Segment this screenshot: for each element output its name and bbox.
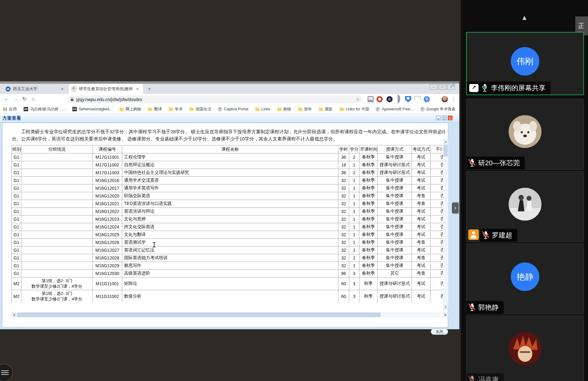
back-icon[interactable]: ← (4, 96, 9, 102)
table-cell: 1 (349, 254, 359, 262)
maximize-button[interactable]: □ (439, 84, 446, 90)
participant-tile[interactable]: 冯喜康 (466, 316, 584, 381)
bookmark-item[interactable]: 购物 (277, 107, 291, 112)
scroll-down-icon[interactable] (443, 305, 448, 310)
table-cell: 工程伦理学 (122, 153, 338, 161)
collapse-panel-arrow[interactable]: ▲ (461, 14, 588, 22)
bookmark-item[interactable]: 留学 (298, 107, 312, 112)
dialog-minimize-icon[interactable] (436, 116, 441, 120)
participant-tile[interactable]: 罗建超 (466, 171, 584, 242)
new-tab-button[interactable]: + (146, 85, 153, 93)
table-cell: TED英语演讲与口语实践 (122, 200, 338, 208)
dialog-maximize-icon[interactable] (442, 116, 447, 120)
url-text[interactable]: yjsjy.nwpu.edu.cn/jsfw/jsfw/dssdxs (76, 97, 353, 102)
vertical-scrollbar[interactable] (443, 139, 448, 310)
participant-tile[interactable]: 伟刚李伟刚的屏幕共享 (466, 32, 584, 95)
participant-tile[interactable]: 艳静郭艳静 (466, 243, 584, 314)
vertical-scroll-thumb[interactable] (443, 145, 448, 157)
dialog-close-button[interactable]: 关闭 (431, 329, 448, 335)
screenshot-root: 西北工业大学 × 研究生教育综合管理系统(教师服 × + – □ × ← → ↻… (0, 0, 588, 381)
table-cell: 文化与翻译 (122, 231, 338, 239)
tab-graduate-system[interactable]: 研究生教育综合管理系统(教师服 × (69, 84, 143, 94)
bookmark-item[interactable]: Links (255, 107, 270, 111)
table-cell (21, 231, 93, 239)
table-row[interactable]: G1M16G12030高级英语进阶963春秋季其它考查否 (12, 270, 443, 277)
bookmarks-overflow-chevron[interactable]: » (452, 83, 454, 88)
table-row[interactable]: G1M16G12020职场交际英语321春秋季集中授课考查否 (12, 192, 443, 200)
table-row[interactable]: G1M16G12023文化与思辨321春秋季集中授课考试否 (12, 215, 443, 223)
table-cell: 春秋季 (359, 231, 378, 239)
tab-close-icon[interactable]: × (60, 86, 65, 91)
bookmark-item[interactable]: 德国生活 (189, 107, 211, 112)
dialog-title: 方案查看 (2, 115, 21, 121)
table-row[interactable]: M2第1组，选2- 3门 数学课至少修2门课，4学分M11G11002数值分析6… (12, 290, 443, 303)
sidebar-expand-chevron[interactable]: › (452, 202, 459, 214)
table-cell: 2 (349, 153, 359, 161)
bookmark-item[interactable]: 学术 (169, 107, 183, 112)
bookmark-item[interactable]: 翻译 (148, 107, 162, 112)
adblock-extension-icon[interactable] (376, 96, 383, 102)
browser-menu-icon[interactable] (450, 96, 457, 102)
table-row[interactable]: G1M17G11003中国特色社会主义理论与实践研究362春秋季授课与研讨形式考… (12, 169, 443, 177)
shield-blue-extension-icon[interactable] (405, 96, 411, 102)
table-row[interactable]: G1M16G12024跨文化交际英语321春秋季集中授课考试否 (12, 223, 443, 231)
table-row[interactable]: G1M16G12027英语词汇记忆法321春秋季集中授课考试否 (12, 246, 443, 254)
profile-avatar[interactable] (442, 96, 448, 102)
table-cell: 考查 (412, 270, 430, 277)
address-bar[interactable]: yjsjy.nwpu.edu.cn/jsfw/jsfw/dssdxs ☆ (68, 95, 363, 103)
table-row[interactable]: G1M17G11002自然辩证法概论181春秋季授课与研讨形式考试否 (12, 161, 443, 169)
bookmark-item[interactable]: ulmSehenswürdigkeit... (72, 107, 113, 111)
table-row[interactable]: G1M16G12016通用学术交流英语321春秋季集中授课考试否 (12, 177, 443, 184)
table-row[interactable]: G1M16G12026英语测试学321春秋季集中授课考查否 (12, 239, 443, 246)
table-cell: 春秋季 (359, 246, 378, 254)
column-header: 学时 (338, 145, 349, 153)
table-row[interactable]: G1M16G12025文化与翻译321春秋季集中授课考试否 (12, 231, 443, 239)
v-extension-icon[interactable] (424, 96, 430, 102)
table-cell (21, 153, 93, 161)
cursor-extension-icon[interactable] (396, 96, 402, 102)
column-header: 不计入 (430, 145, 443, 153)
table-row[interactable]: M2第1组，选2- 3门 数学课至少修2门课，4学分M11G11001矩阵论60… (12, 277, 443, 290)
bookmark-star-icon[interactable]: ☆ (356, 97, 360, 102)
table-row[interactable]: G1M16G12021TED英语演讲与口语实践321春秋季集中授课考查否 (12, 200, 443, 208)
shield-gray-extension-icon[interactable] (414, 96, 421, 102)
table-row[interactable]: G1M17G11001工程伦理学362春秋季集中授课考试否 (12, 153, 443, 161)
tab-nwpu-home[interactable]: 西北工业大学 × (2, 84, 68, 94)
home-icon[interactable]: ⌂ (32, 96, 35, 102)
table-row[interactable]: G1M16G12028国际英语能力考试培训321春秋季集中授课考查否 (12, 254, 443, 262)
bookmark-item[interactable]: Captive Portal (218, 107, 248, 111)
forward-icon[interactable]: → (13, 96, 18, 102)
bookmark-item[interactable]: 网上购物 (119, 107, 141, 112)
bookmark-item[interactable]: Apowersoft Free... (376, 107, 413, 111)
person-badge-icon (468, 229, 479, 240)
participant-name: 李伟刚的屏幕共享 (491, 83, 546, 93)
nwpu-favicon (6, 86, 11, 91)
horizontal-scroll-thumb[interactable] (17, 312, 381, 317)
table-cell: 1 (349, 262, 359, 270)
tab-close-icon[interactable]: × (135, 86, 140, 91)
table-cell: 文化与思辨 (122, 215, 338, 223)
minimize-button[interactable]: – (430, 84, 438, 90)
table-row[interactable]: G1M16G12029雅思写作321春秋季集中授课考试否 (12, 262, 443, 270)
scroll-up-icon[interactable] (443, 139, 448, 144)
window-title-strip (0, 81, 459, 84)
scroll-right-icon[interactable] (443, 312, 448, 317)
bookmark-item[interactable]: 摄影 (319, 107, 333, 112)
bookmark-item[interactable]: Google 学术搜索 (421, 107, 456, 112)
bookmark-item[interactable]: Links for 中国 (340, 107, 369, 112)
reader-extension-icon[interactable] (368, 96, 374, 102)
table-row[interactable]: G1M16G12017通用学术英语写作321春秋季集中授课考试否 (12, 184, 443, 192)
puzzle-extensions-icon[interactable] (433, 96, 439, 102)
folder-icon (340, 108, 344, 111)
scroll-left-icon[interactable] (11, 312, 16, 317)
annotation-menu-button[interactable] (0, 364, 13, 381)
bookmark-item[interactable]: 应用 (3, 107, 17, 112)
horizontal-scrollbar[interactable] (11, 312, 448, 317)
column-header: 学分 (349, 145, 359, 153)
dialog-close-icon[interactable] (448, 116, 452, 120)
bookmark-item[interactable]: ulm乌尔姆/新乌尔姆：... (24, 107, 65, 112)
reload-icon[interactable]: ↻ (22, 96, 27, 102)
table-row[interactable]: G1M16G12022英语演讲与辩论321春秋季集中授课考试否 (12, 208, 443, 215)
participant-tile[interactable]: 研20—张芯莞 (466, 99, 584, 170)
e-extension-icon[interactable] (386, 96, 393, 102)
